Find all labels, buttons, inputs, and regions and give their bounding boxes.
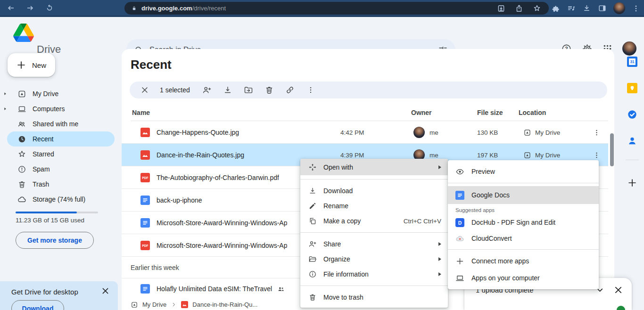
menu-item-move-to-trash[interactable]: Move to trash — [300, 290, 448, 305]
browser-profile-avatar[interactable] — [613, 2, 625, 14]
forward-icon[interactable] — [26, 4, 34, 12]
more-actions-button[interactable] — [300, 82, 321, 98]
row-more-button[interactable] — [593, 121, 601, 144]
svg-text:D: D — [458, 220, 462, 225]
sidebar-item-my-drive[interactable]: My Drive — [7, 86, 115, 101]
storage-used-text: 11.23 GB of 15 GB used — [16, 217, 84, 224]
menu-divider — [300, 232, 448, 233]
submenu-arrow-icon — [438, 242, 441, 246]
menu-item-organize[interactable]: Organize — [300, 252, 448, 267]
submenu-item-google-docs[interactable]: Google Docs — [448, 186, 599, 204]
google-docs-file-icon — [140, 218, 150, 228]
media-controls-icon[interactable] — [567, 4, 576, 13]
share-button[interactable] — [197, 82, 217, 98]
laptop-icon — [455, 274, 464, 283]
file-name: Microsoft-Store-Award-Winning-Windows-Ap — [157, 234, 287, 257]
back-icon[interactable] — [7, 4, 15, 12]
sidebar-item-starred[interactable]: Starred — [7, 147, 115, 162]
open-with-submenu: Preview Google Docs Suggested apps D Doc… — [448, 160, 599, 289]
menu-item-rename[interactable]: Rename — [300, 198, 448, 213]
context-menu: Open with Download Rename Make a copyCtr… — [300, 159, 448, 308]
drive-header: Drive ? — [0, 17, 644, 49]
sidebar-item-spam[interactable]: Spam — [7, 162, 115, 177]
sidebar-item-label: Spam — [33, 165, 50, 173]
plus-icon — [16, 60, 26, 70]
download-icon — [308, 187, 317, 195]
column-size[interactable]: File size — [477, 109, 503, 116]
submenu-item-cloudconvert[interactable]: CloudConvert — [448, 230, 599, 246]
google-docs-file-icon — [140, 284, 150, 294]
file-name: Holafly Unlimited Data eSIM: TheTravel — [157, 278, 272, 299]
sidebar-item-trash[interactable]: Trash — [7, 177, 115, 192]
page-title: Recent — [131, 57, 172, 72]
google-tasks-icon[interactable] — [627, 109, 637, 120]
browser-menu-icon[interactable] — [632, 4, 640, 13]
move-to-folder-button[interactable] — [238, 82, 259, 98]
breadcrumb-file[interactable]: Dance-in-the-Rain-Qu... — [192, 301, 257, 308]
bookmark-star-icon[interactable] — [533, 4, 541, 13]
expand-caret-icon[interactable] — [3, 91, 8, 96]
account-avatar[interactable] — [622, 41, 636, 56]
google-contacts-icon[interactable] — [627, 136, 637, 146]
side-panel-icon[interactable] — [598, 4, 607, 13]
person-add-icon — [308, 240, 317, 248]
screen: drive.google.com/drive/recent Drive — [0, 0, 644, 310]
column-owner[interactable]: Owner — [411, 109, 432, 116]
my-drive-icon — [17, 90, 26, 98]
sidebar-item-label: Starred — [33, 150, 54, 158]
submenu-item-dochub[interactable]: D DocHub - PDF Sign and Edit — [448, 214, 599, 230]
column-location[interactable]: Location — [519, 109, 546, 116]
browser-toolbar: drive.google.com/drive/recent — [0, 0, 644, 17]
download-button[interactable] — [217, 82, 238, 98]
file-location[interactable]: My Drive — [523, 121, 560, 144]
breadcrumb-root[interactable]: My Drive — [142, 301, 166, 308]
menu-item-make-a-copy[interactable]: Make a copyCtrl+C Ctrl+V — [300, 213, 448, 228]
menu-item-file-information[interactable]: File information — [300, 267, 448, 282]
column-name[interactable]: Name — [132, 109, 150, 116]
submenu-item-connect-more-apps[interactable]: Connect more apps — [448, 253, 599, 269]
my-drive-icon — [523, 151, 531, 159]
link-icon — [285, 85, 295, 95]
install-app-icon[interactable] — [497, 4, 505, 13]
close-icon[interactable] — [613, 285, 623, 295]
menu-item-open-with[interactable]: Open with — [300, 159, 448, 175]
scrollbar-thumb[interactable] — [610, 133, 614, 166]
address-bar[interactable]: drive.google.com/drive/recent — [124, 2, 549, 15]
submenu-item-apps-on-computer[interactable]: Apps on your computer — [448, 269, 599, 286]
expand-caret-icon[interactable] — [3, 106, 8, 111]
sidebar-item-storage[interactable]: Storage (74% full) — [7, 192, 115, 207]
clear-selection-button[interactable] — [134, 82, 155, 98]
get-more-storage-button[interactable]: Get more storage — [16, 232, 94, 249]
banner-download-button[interactable]: Download — [11, 300, 64, 310]
reload-icon[interactable] — [45, 4, 54, 12]
storage-progress-fill — [16, 212, 77, 213]
submenu-item-preview[interactable]: Preview — [448, 163, 599, 180]
get-add-ons-icon[interactable] — [627, 178, 637, 188]
copy-icon — [308, 217, 317, 225]
lock-icon — [131, 5, 137, 11]
drive-logo[interactable] — [13, 24, 34, 42]
copy-link-button[interactable] — [280, 82, 300, 98]
menu-item-download[interactable]: Download — [300, 183, 448, 198]
google-calendar-icon[interactable]: 31 — [627, 57, 637, 67]
upload-success-check-icon — [617, 306, 625, 310]
folder-move-icon — [244, 85, 253, 95]
banner-title: Get Drive for desktop — [11, 288, 78, 296]
new-button[interactable]: New — [8, 53, 55, 77]
downloads-icon[interactable] — [582, 4, 591, 13]
google-keep-icon[interactable] — [627, 83, 637, 93]
url-path: /drive/recent — [192, 5, 226, 12]
sidebar-item-shared-with-me[interactable]: Shared with me — [7, 116, 115, 131]
sidebar-item-recent[interactable]: Recent — [7, 131, 115, 147]
image-file-icon — [181, 301, 188, 308]
file-row[interactable]: Change-Happens-Quote.jpg 4:42 PM me 130 … — [122, 121, 608, 144]
file-name: Dance-in-the-Rain-Quotes.jpg — [157, 144, 244, 166]
trash-button[interactable] — [259, 82, 280, 98]
extensions-icon[interactable] — [551, 4, 560, 13]
menu-item-share[interactable]: Share — [300, 237, 448, 252]
sidebar-item-computers[interactable]: Computers — [7, 101, 115, 116]
share-page-icon[interactable] — [515, 4, 523, 13]
shortcut-hint: Ctrl+C Ctrl+V — [404, 218, 441, 225]
image-file-icon — [140, 150, 150, 160]
banner-close-icon[interactable] — [101, 286, 110, 295]
